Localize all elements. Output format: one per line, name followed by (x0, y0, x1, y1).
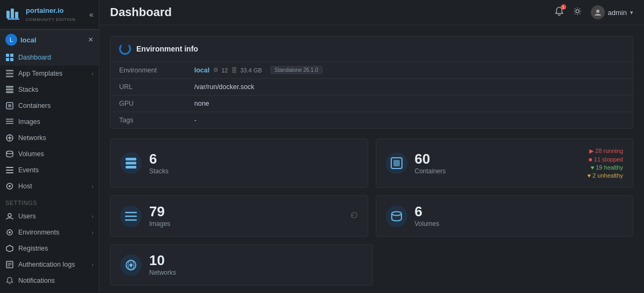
env-close-button[interactable]: ✕ (88, 36, 93, 43)
settings-button[interactable] (573, 6, 582, 18)
sidebar-item-settings[interactable]: Settings › (0, 289, 99, 293)
networks-icon (5, 134, 14, 142)
stopped-stat: ■ 11 stopped (589, 156, 623, 163)
svg-rect-2 (15, 12, 18, 18)
images-info: 79 Images (149, 204, 343, 228)
unhealthy-stat: ♥ 2 unhealthy (588, 172, 623, 179)
containers-label: Containers (415, 167, 580, 175)
stat-card-networks[interactable]: 10 Networks (110, 244, 373, 285)
sidebar-item-notifications[interactable]: Notifications (0, 273, 99, 289)
username: admin (608, 9, 627, 17)
sidebar-item-host[interactable]: Host › (0, 178, 99, 194)
environment-info-card: Environment info Environment local ⚙ 12 … (110, 36, 633, 129)
sidebar-item-label: Images (18, 118, 93, 126)
svg-rect-3 (8, 18, 19, 20)
topbar: Dashboard 1 admin ▾ (99, 0, 644, 25)
sidebar-item-auth-logs[interactable]: Authentication logs › (0, 257, 99, 273)
main-content: Dashboard 1 admin ▾ Environ (99, 0, 644, 293)
stat-card-containers[interactable]: 60 Containers ▶ 28 running ■ 11 stopped … (376, 138, 634, 188)
env-value-url: /var/run/docker.sock (194, 83, 254, 91)
url-value: /var/run/docker.sock (194, 83, 254, 91)
svg-rect-10 (6, 76, 13, 77)
stacks-icon (5, 85, 14, 94)
images-label: Images (149, 220, 343, 228)
tags-value: - (194, 116, 196, 124)
user-menu[interactable]: admin ▾ (591, 5, 633, 19)
sidebar-item-images[interactable]: Images (0, 114, 99, 130)
sidebar-item-users[interactable]: Users › (0, 208, 99, 224)
svg-rect-24 (6, 167, 13, 168)
sidebar-item-dashboard[interactable]: Dashboard (0, 49, 99, 65)
networks-count: 10 (149, 253, 363, 267)
containers-count: 60 (415, 152, 580, 166)
gpu-value: none (194, 100, 209, 107)
settings-section-label: Settings (0, 194, 99, 208)
unhealthy-icon: ♥ (588, 172, 591, 179)
sidebar-item-networks[interactable]: Networks (0, 130, 99, 146)
containers-info: 60 Containers (415, 152, 580, 175)
env-info-table: Environment local ⚙ 12 🗄 33.4 GB · Stand… (111, 62, 633, 128)
sidebar-item-label: App Templates (18, 70, 87, 77)
registries-icon (5, 244, 14, 253)
stacks-stat-icon (120, 152, 142, 174)
sidebar-item-label: Users (18, 213, 87, 220)
networks-stat-icon (120, 254, 142, 276)
sidebar-item-volumes[interactable]: Volumes (0, 146, 99, 162)
sidebar-item-label: Notifications (18, 277, 93, 284)
env-value-tags: - (194, 116, 196, 124)
sidebar-item-label: Host (18, 182, 87, 190)
env-row-url: URL /var/run/docker.sock (111, 79, 633, 96)
notifications-button[interactable]: 1 (554, 6, 564, 18)
page-title: Dashboard (110, 5, 172, 19)
svg-point-38 (576, 10, 579, 13)
svg-rect-25 (6, 170, 13, 171)
stat-card-stacks[interactable]: 6 Stacks (110, 138, 368, 188)
cpu-icon: ⚙ (213, 67, 218, 74)
stopped-icon: ■ (589, 156, 592, 163)
svg-rect-40 (126, 158, 136, 160)
user-chevron-icon: ▾ (630, 9, 633, 16)
sidebar-collapse-button[interactable]: « (89, 10, 93, 19)
sidebar-item-label: Containers (18, 102, 93, 109)
svg-rect-5 (10, 54, 13, 57)
svg-rect-44 (393, 160, 400, 166)
stat-card-images[interactable]: 79 Images (110, 195, 368, 237)
sidebar-item-environments[interactable]: Environments › (0, 224, 99, 240)
healthy-stat: ♥ 19 healthy (591, 164, 623, 171)
env-icon: L (5, 34, 17, 46)
environments-icon (5, 228, 14, 237)
sidebar-item-stacks[interactable]: Stacks (0, 82, 99, 98)
images-icon (5, 118, 14, 126)
svg-rect-42 (126, 166, 136, 169)
svg-point-31 (9, 231, 11, 233)
page-title-area: Dashboard (110, 5, 172, 19)
sidebar-item-events[interactable]: Events (0, 162, 99, 178)
images-refresh-button[interactable] (350, 211, 358, 221)
svg-rect-1 (11, 9, 14, 18)
sidebar-item-app-templates[interactable]: App Templates › (0, 65, 99, 82)
svg-marker-32 (6, 245, 13, 252)
events-icon (5, 166, 14, 174)
chevron-icon: › (92, 184, 93, 189)
environment-selector[interactable]: L local ✕ (0, 30, 99, 49)
containers-icon (5, 101, 14, 110)
env-card-title: Environment info (136, 45, 198, 53)
sidebar-item-containers[interactable]: Containers (0, 98, 99, 114)
svg-rect-12 (6, 89, 13, 91)
chevron-icon: › (92, 262, 93, 268)
containers-meta: ▶ 28 running ■ 11 stopped ♥ 19 healthy ♥… (588, 148, 623, 179)
stacks-label: Stacks (149, 167, 358, 175)
stacks-count: 6 (149, 152, 358, 166)
sidebar-item-label: Environments (18, 229, 87, 236)
stat-card-volumes[interactable]: 6 Volumes (376, 195, 634, 237)
sidebar-item-registries[interactable]: Registries (0, 240, 99, 257)
memory-value: 33.4 GB (240, 67, 262, 74)
logo: portainer.io COMMUNITY EDITION (5, 6, 75, 23)
images-count: 79 (149, 204, 343, 218)
env-spinner-icon (119, 43, 131, 55)
topbar-right: 1 admin ▾ (554, 5, 633, 19)
logo-text: portainer.io (26, 6, 75, 14)
svg-rect-6 (6, 58, 9, 61)
users-icon (5, 212, 14, 221)
stacks-info: 6 Stacks (149, 152, 358, 175)
